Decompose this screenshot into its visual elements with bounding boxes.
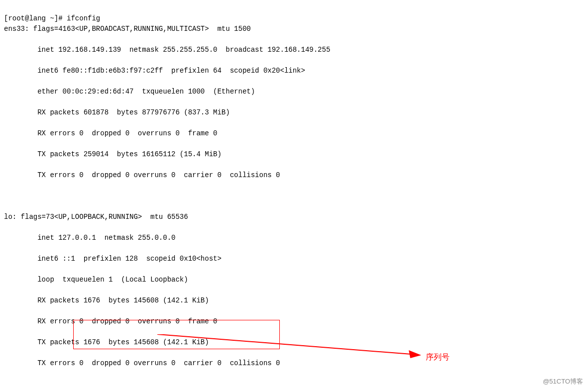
- blank-line: [4, 379, 584, 389]
- output-line: TX packets 259014 bytes 16165112 (15.4 M…: [4, 149, 584, 160]
- annotation-label: 序列号: [426, 351, 450, 363]
- output-line: inet6 fe80::f1db:e6b3:f97:c2ff prefixlen…: [4, 66, 584, 76]
- terminal-output[interactable]: [root@lang ~]# ifconfig ens33: flags=416…: [0, 0, 588, 389]
- output-line: TX packets 1676 bytes 145608 (142.1 KiB): [4, 337, 584, 348]
- output-line: TX errors 0 dropped 0 overruns 0 carrier…: [4, 358, 584, 369]
- output-line: RX errors 0 dropped 0 overruns 0 frame 0: [4, 316, 584, 327]
- output-line: TX errors 0 dropped 0 overruns 0 carrier…: [4, 170, 584, 181]
- output-line: RX packets 601878 bytes 877976776 (837.3…: [4, 107, 584, 118]
- command-text: ifconfig: [67, 14, 100, 22]
- output-line: inet 127.0.0.1 netmask 255.0.0.0: [4, 233, 584, 243]
- output-line: inet 192.168.149.139 netmask 255.255.255…: [4, 45, 584, 55]
- output-line: inet6 ::1 prefixlen 128 scopeid 0x10<hos…: [4, 254, 584, 264]
- output-line: RX errors 0 dropped 0 overruns 0 frame 0: [4, 128, 584, 139]
- output-line: lo: flags=73<UP,LOOPBACK,RUNNING> mtu 65…: [4, 212, 584, 222]
- output-line: ens33: flags=4163<UP,BROADCAST,RUNNING,M…: [4, 24, 584, 34]
- shell-prompt: [root@lang ~]#: [4, 14, 67, 22]
- output-line: ether 00:0c:29:ed:6d:47 txqueuelen 1000 …: [4, 87, 584, 97]
- output-line: loop txqueuelen 1 (Local Loopback): [4, 275, 584, 285]
- watermark-text: @51CTO博客: [543, 377, 583, 387]
- output-line: RX packets 1676 bytes 145608 (142.1 KiB): [4, 295, 584, 306]
- blank-line: [4, 191, 584, 201]
